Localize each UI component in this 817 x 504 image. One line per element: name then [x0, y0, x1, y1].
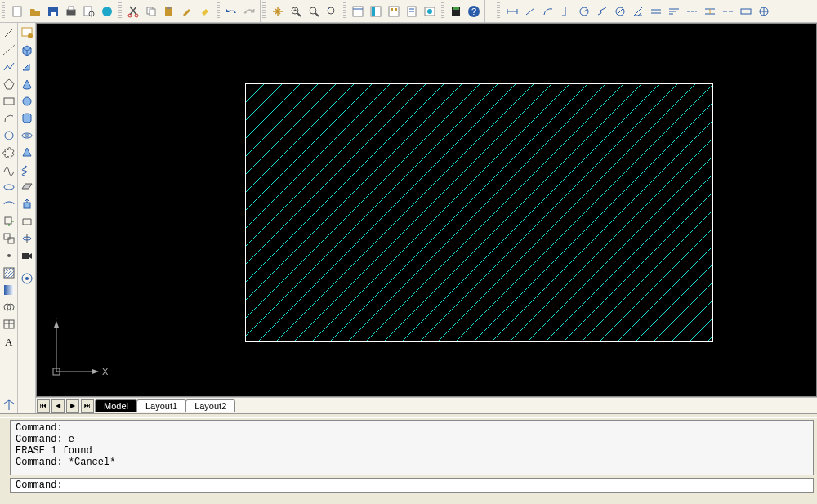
- draw-toolbar: A: [0, 23, 18, 413]
- publish-button[interactable]: [99, 3, 115, 20]
- dim-jogged-button[interactable]: [594, 3, 610, 20]
- open-button[interactable]: [27, 3, 43, 20]
- ellipse-arc-tool[interactable]: [1, 196, 17, 212]
- redo-button[interactable]: [241, 3, 257, 20]
- tab-nav-prev[interactable]: ◀: [51, 399, 65, 413]
- torus-tool[interactable]: [19, 127, 35, 144]
- workspace-button[interactable]: [19, 25, 35, 41]
- arc-tool[interactable]: [1, 110, 17, 127]
- dim-baseline-button[interactable]: [666, 3, 682, 20]
- make-block-tool[interactable]: [1, 230, 17, 247]
- paint-button[interactable]: [197, 3, 213, 20]
- pyramid-tool[interactable]: [19, 145, 35, 161]
- tab-nav-last[interactable]: ⏭: [81, 399, 94, 413]
- help-button[interactable]: ?: [466, 3, 482, 20]
- table-tool[interactable]: [1, 316, 17, 332]
- zoom-realtime-button[interactable]: +: [288, 3, 304, 20]
- dimension-toolbar: [502, 0, 775, 22]
- ellipse-tool[interactable]: [1, 179, 17, 195]
- toolbar-grip[interactable]: [441, 2, 444, 20]
- new-button[interactable]: [9, 3, 25, 20]
- extra-tool[interactable]: [1, 397, 17, 413]
- svg-rect-13: [167, 7, 171, 9]
- tab-layout1[interactable]: Layout1: [136, 399, 186, 412]
- sphere-tool[interactable]: [19, 93, 35, 109]
- point-tool[interactable]: [1, 248, 17, 264]
- planar-surface-tool[interactable]: [19, 179, 35, 195]
- dim-continue-button[interactable]: [684, 3, 700, 20]
- construction-line-tool[interactable]: [1, 42, 17, 58]
- camera-tool[interactable]: [19, 248, 35, 264]
- command-input[interactable]: [69, 479, 808, 491]
- tab-nav-first[interactable]: ⏮: [37, 399, 50, 413]
- gradient-tool[interactable]: [1, 282, 17, 298]
- tab-model[interactable]: Model: [95, 399, 137, 412]
- cut-button[interactable]: [125, 3, 141, 20]
- dim-angular-button[interactable]: [630, 3, 646, 20]
- dim-break-button[interactable]: [720, 3, 736, 20]
- pan-button[interactable]: [270, 3, 286, 20]
- poly-solid-tool[interactable]: [19, 213, 35, 230]
- dim-radius-button[interactable]: [576, 3, 592, 20]
- box-tool[interactable]: [19, 42, 35, 58]
- design-center-button[interactable]: [368, 3, 384, 20]
- dim-linear-button[interactable]: [504, 3, 520, 20]
- svg-text:+: +: [293, 7, 297, 13]
- toolbar-grip[interactable]: [118, 2, 122, 20]
- cylinder-tool[interactable]: [19, 110, 35, 127]
- properties-button[interactable]: [350, 3, 366, 20]
- helix-tool[interactable]: [19, 162, 35, 178]
- command-history[interactable]: Command: Command: e ERASE 1 found Comman…: [10, 420, 814, 475]
- wedge-tool[interactable]: [19, 59, 35, 75]
- command-splitter[interactable]: [0, 413, 817, 418]
- dim-center-button[interactable]: [756, 3, 772, 20]
- toolbar-grip[interactable]: [262, 2, 266, 20]
- line-tool[interactable]: [1, 25, 17, 41]
- svg-rect-23: [372, 7, 375, 16]
- spline-tool[interactable]: [1, 162, 17, 178]
- model-viewport[interactable]: Y X: [36, 23, 817, 397]
- dim-tolerance-button[interactable]: [738, 3, 754, 20]
- tab-nav-next[interactable]: ▶: [66, 399, 79, 413]
- print-button[interactable]: [63, 3, 79, 20]
- sheet-set-button[interactable]: [404, 3, 420, 20]
- polygon-tool[interactable]: [1, 76, 17, 92]
- polyline-tool[interactable]: [1, 59, 17, 75]
- markup-button[interactable]: [422, 3, 438, 20]
- paste-button[interactable]: [161, 3, 177, 20]
- toolbar-grip[interactable]: [343, 2, 346, 20]
- extrude-tool[interactable]: [19, 196, 35, 212]
- dim-diameter-button[interactable]: [612, 3, 628, 20]
- toolbar-grip[interactable]: [217, 2, 220, 20]
- revolve-tool[interactable]: [19, 230, 35, 247]
- hatch-tool[interactable]: [1, 265, 17, 281]
- command-line: ERASE 1 found: [16, 445, 808, 457]
- tab-layout2[interactable]: Layout2: [185, 399, 235, 412]
- circle-tool[interactable]: [1, 127, 17, 144]
- text-tool[interactable]: A: [1, 333, 17, 350]
- undo-button[interactable]: [223, 3, 239, 20]
- calc-button[interactable]: [448, 3, 464, 20]
- toolbar-grip[interactable]: [497, 2, 500, 20]
- cone-tool[interactable]: [19, 76, 35, 92]
- nav-wheel-tool[interactable]: [19, 270, 35, 287]
- revision-cloud-tool[interactable]: [1, 145, 17, 161]
- dim-quick-button[interactable]: [648, 3, 664, 20]
- save-button[interactable]: [45, 3, 61, 20]
- modeling-toolbar: [18, 23, 36, 413]
- dim-arc-button[interactable]: [540, 3, 556, 20]
- print-preview-button[interactable]: [81, 3, 97, 20]
- zoom-window-button[interactable]: [306, 3, 322, 20]
- tool-palettes-button[interactable]: [386, 3, 402, 20]
- rectangle-tool[interactable]: [1, 93, 17, 109]
- zoom-previous-button[interactable]: [324, 3, 340, 20]
- command-line: Command: *Cancel*: [16, 457, 808, 468]
- match-properties-button[interactable]: [179, 3, 195, 20]
- copy-button[interactable]: [143, 3, 159, 20]
- toolbar-grip[interactable]: [2, 2, 5, 20]
- region-tool[interactable]: [1, 299, 17, 315]
- dim-ordinate-button[interactable]: [558, 3, 574, 20]
- dim-space-button[interactable]: [702, 3, 718, 20]
- insert-block-tool[interactable]: [1, 213, 17, 230]
- dim-aligned-button[interactable]: [522, 3, 538, 20]
